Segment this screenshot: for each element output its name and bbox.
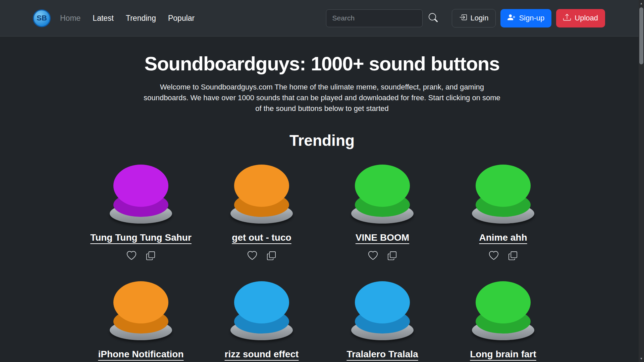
- button-cap: [113, 281, 168, 323]
- sound-play-button[interactable]: [351, 165, 414, 224]
- upload-button[interactable]: Upload: [556, 9, 605, 27]
- nav-link-trending[interactable]: Trending: [126, 14, 156, 23]
- vertical-scrollbar[interactable]: ▲ ▼: [639, 0, 644, 362]
- sound-play-button[interactable]: [109, 281, 173, 341]
- button-cap: [113, 165, 168, 207]
- soundboardguys-logo[interactable]: SB: [33, 9, 51, 27]
- button-cap: [476, 165, 531, 207]
- sound-title-link[interactable]: Anime ahh: [479, 232, 527, 243]
- heart-icon: [248, 256, 257, 261]
- heart-icon: [127, 256, 136, 261]
- heart-icon: [368, 256, 378, 261]
- search-input[interactable]: [326, 9, 423, 27]
- nav-link-latest[interactable]: Latest: [93, 14, 114, 23]
- hero-section: Soundboardguys: 1000+ sound buttons Welc…: [0, 37, 644, 114]
- login-button-label: Login: [471, 14, 489, 22]
- sound-play-button[interactable]: [109, 165, 173, 224]
- sound-play-button[interactable]: [351, 281, 414, 341]
- login-icon: [459, 13, 467, 23]
- sound-play-button[interactable]: [230, 281, 293, 341]
- sound-title-link[interactable]: VINE BOOM: [356, 232, 409, 243]
- copy-button[interactable]: [146, 251, 156, 261]
- signup-button[interactable]: Sign-up: [500, 9, 551, 27]
- sound-actions: [247, 250, 276, 261]
- sound-title-link[interactable]: Tralalero Tralala: [346, 349, 418, 360]
- button-cap: [476, 281, 531, 323]
- copy-icon: [146, 256, 155, 261]
- sound-title-link[interactable]: rizz sound effect: [225, 349, 299, 360]
- sound-card: iPhone Notification: [98, 281, 183, 362]
- copy-button[interactable]: [266, 251, 276, 261]
- upload-icon: [563, 13, 571, 23]
- scrollbar-down-arrow[interactable]: ▼: [639, 356, 644, 361]
- sound-play-button[interactable]: [471, 165, 535, 224]
- sound-actions: [488, 250, 518, 261]
- login-button[interactable]: Login: [452, 9, 496, 27]
- sound-card: Tung Tung Tung Sahur: [90, 165, 192, 261]
- logo-monogram: SB: [37, 14, 47, 22]
- copy-button[interactable]: [508, 251, 518, 261]
- favorite-button[interactable]: [247, 250, 258, 261]
- sound-card: Anime ahh: [471, 165, 535, 261]
- trending-heading: Trending: [0, 131, 644, 150]
- sound-title-link[interactable]: Tung Tung Tung Sahur: [90, 232, 192, 243]
- sound-play-button[interactable]: [230, 165, 293, 224]
- button-cap: [355, 281, 410, 323]
- page-title: Soundboardguys: 1000+ sound buttons: [0, 53, 644, 75]
- sound-card: Tralalero Tralala: [346, 281, 418, 362]
- search-group: [326, 9, 440, 27]
- button-cap: [355, 165, 410, 207]
- sound-grid: Tung Tung Tung Sahur: [80, 165, 564, 362]
- search-icon: [429, 18, 438, 23]
- copy-icon: [508, 256, 517, 261]
- navbar-right: Login Sign-up Upload: [326, 9, 605, 27]
- scrollbar-up-arrow[interactable]: ▲: [639, 1, 644, 6]
- hero-description: Welcome to Soundboardguys.com The home o…: [142, 82, 502, 114]
- nav-link-popular[interactable]: Popular: [168, 14, 195, 23]
- favorite-button[interactable]: [488, 250, 499, 261]
- copy-icon: [388, 256, 396, 261]
- sound-title-link[interactable]: Long brain fart: [470, 349, 536, 360]
- sound-title-link[interactable]: get out - tuco: [232, 232, 291, 243]
- sound-play-button[interactable]: [471, 281, 535, 341]
- sound-card: VINE BOOM: [351, 165, 414, 261]
- upload-button-label: Upload: [575, 14, 598, 22]
- sound-card: Long brain fart: [470, 281, 536, 362]
- heart-icon: [489, 256, 498, 261]
- search-button[interactable]: [427, 11, 440, 25]
- nav-link-home[interactable]: Home: [60, 14, 80, 23]
- sound-actions: [368, 250, 397, 261]
- signup-button-label: Sign-up: [519, 14, 544, 22]
- sound-card: get out - tuco: [230, 165, 293, 261]
- copy-button[interactable]: [387, 251, 397, 261]
- copy-icon: [267, 256, 276, 261]
- favorite-button[interactable]: [126, 250, 137, 261]
- sound-actions: [126, 250, 156, 261]
- favorite-button[interactable]: [368, 250, 378, 261]
- navbar: SB Home Latest Trending Popular: [0, 0, 644, 37]
- button-cap: [234, 281, 289, 323]
- sound-card: rizz sound effect: [225, 281, 299, 362]
- signup-icon: [507, 13, 515, 23]
- sound-title-link[interactable]: iPhone Notification: [98, 349, 183, 360]
- scrollbar-thumb[interactable]: [639, 7, 643, 64]
- nav-links: Home Latest Trending Popular: [60, 14, 195, 23]
- button-cap: [234, 165, 289, 207]
